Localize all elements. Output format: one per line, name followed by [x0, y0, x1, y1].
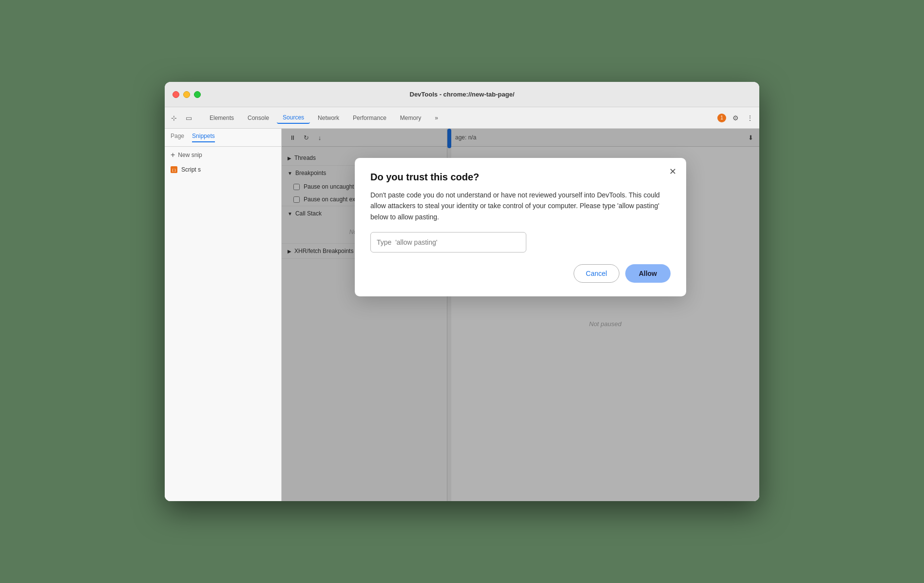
tab-right-controls: 1 ⚙ ⋮ — [717, 113, 755, 123]
window-title: DevTools - chrome://new-tab-page/ — [409, 91, 514, 98]
modal-overlay: ✕ Do you trust this code? Don't paste co… — [282, 129, 759, 501]
sidebar: Page Snippets + New snip { } Script s — [165, 129, 282, 501]
allow-pasting-input[interactable] — [370, 232, 526, 253]
devtools-body: ⊹ ▭ Elements Console Sources Network Per… — [165, 107, 759, 501]
tab-network[interactable]: Network — [312, 113, 345, 123]
inspect-icon[interactable]: ⊹ — [169, 113, 179, 123]
more-options-icon[interactable]: ⋮ — [745, 113, 755, 123]
device-icon[interactable]: ▭ — [183, 113, 194, 123]
titlebar: DevTools - chrome://new-tab-page/ — [165, 82, 759, 107]
settings-icon[interactable]: ⚙ — [730, 113, 741, 123]
script-item[interactable]: { } Script s — [165, 163, 281, 176]
sidebar-tabs: Page Snippets — [165, 129, 281, 147]
tab-console[interactable]: Console — [242, 113, 275, 123]
plus-icon: + — [171, 151, 175, 159]
tab-performance[interactable]: Performance — [347, 113, 392, 123]
tab-more[interactable]: » — [429, 113, 444, 123]
trust-modal: ✕ Do you trust this code? Don't paste co… — [355, 158, 686, 296]
modal-buttons: Cancel Allow — [370, 264, 671, 283]
modal-title: Do you trust this code? — [370, 172, 671, 183]
sidebar-tab-snippets[interactable]: Snippets — [192, 133, 215, 142]
minimize-button[interactable] — [183, 91, 190, 98]
new-snip-button[interactable]: + New snip — [165, 147, 281, 163]
modal-close-button[interactable]: ✕ — [667, 166, 678, 177]
tab-icons: ⊹ ▭ — [169, 113, 194, 123]
content-area: ⏸ ↻ ↓ ▶ Threads — [282, 129, 759, 501]
tab-memory[interactable]: Memory — [394, 113, 427, 123]
allow-button[interactable]: Allow — [625, 264, 671, 283]
devtools-main: Page Snippets + New snip { } Script s — [165, 129, 759, 501]
modal-body: Don't paste code you do not understand o… — [370, 190, 671, 222]
devtools-window: DevTools - chrome://new-tab-page/ ⊹ ▭ El… — [165, 82, 759, 501]
sidebar-tab-page[interactable]: Page — [171, 133, 184, 142]
tab-elements[interactable]: Elements — [204, 113, 240, 123]
script-icon: { } — [171, 166, 177, 173]
new-snip-label: New snip — [178, 152, 202, 158]
error-badge: 1 — [717, 114, 726, 122]
script-item-label: Script s — [181, 166, 201, 173]
cancel-button[interactable]: Cancel — [574, 264, 619, 283]
maximize-button[interactable] — [194, 91, 201, 98]
devtools-tabs: ⊹ ▭ Elements Console Sources Network Per… — [165, 107, 759, 129]
traffic-lights — [173, 91, 201, 98]
tab-sources[interactable]: Sources — [277, 112, 310, 124]
close-button[interactable] — [173, 91, 179, 98]
